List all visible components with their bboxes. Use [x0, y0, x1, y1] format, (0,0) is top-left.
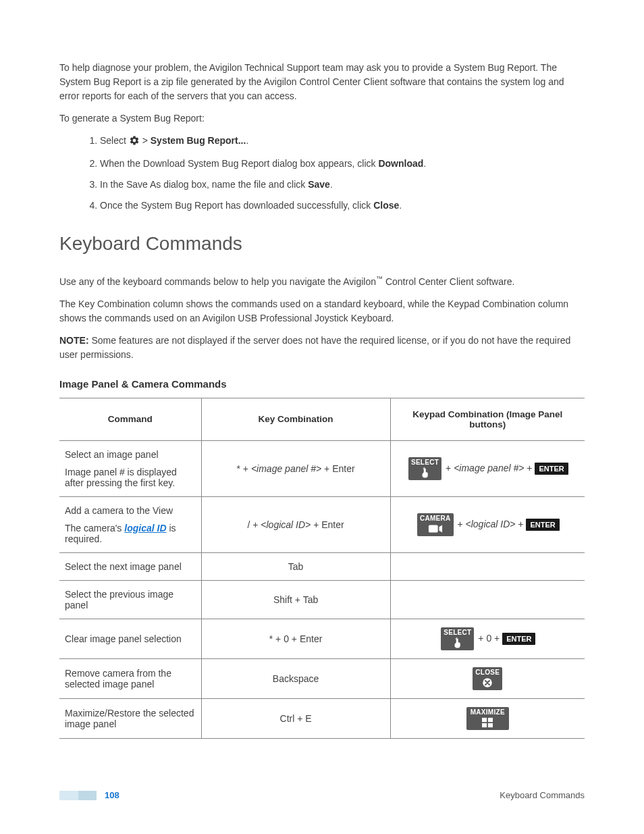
keypad-combo: SELECT + <image panel #> + ENTER — [390, 440, 585, 496]
th-command: Command — [59, 398, 201, 440]
logical-id-link[interactable]: logical ID — [124, 523, 166, 533]
cmd-title: Select the previous image panel — [59, 580, 201, 619]
commands-table: Command Key Combination Keypad Combinati… — [59, 398, 585, 739]
table-row: Add a camera to the View The camera's lo… — [59, 496, 585, 552]
footer-title: Keyboard Commands — [500, 790, 585, 800]
key-combo: Shift + Tab — [201, 580, 390, 619]
keypad-enter-button: ENTER — [526, 519, 559, 531]
step-1: Select > System Bug Report.... — [100, 134, 585, 150]
svg-rect-4 — [482, 723, 487, 727]
svg-rect-2 — [482, 718, 487, 722]
keypad-select-button: SELECT — [408, 457, 441, 480]
step-4: Once the System Bug Report has downloade… — [100, 199, 585, 213]
keypad-combo: CLOSE — [390, 658, 585, 698]
table-row: Remove camera from the selected image pa… — [59, 658, 585, 698]
th-keypad-combination: Keypad Combination (Image Panel buttons) — [390, 398, 585, 440]
key-combo: Tab — [201, 552, 390, 580]
note-paragraph: NOTE: Some features are not displayed if… — [59, 334, 585, 362]
keypad-close-button: CLOSE — [473, 667, 502, 690]
svg-rect-0 — [429, 525, 438, 532]
svg-rect-5 — [488, 723, 493, 727]
key-combo: Backspace — [201, 658, 390, 698]
keypad-combo: SELECT + 0 + ENTER — [390, 619, 585, 658]
keypad-select-button: SELECT — [441, 627, 474, 650]
keypad-camera-button: CAMERA — [417, 513, 454, 536]
intro-paragraph-1: To help diagnose your problem, the Avigi… — [59, 61, 585, 103]
close-icon — [479, 677, 496, 689]
table-row: Select the previous image panel Shift + … — [59, 580, 585, 619]
gear-icon — [129, 135, 140, 150]
cmd-title: Select the next image panel — [59, 552, 201, 580]
intro-paragraph-2: To generate a System Bug Report: — [59, 111, 585, 126]
keypad-enter-button: ENTER — [535, 463, 568, 475]
cmd-title: Remove camera from the selected image pa… — [59, 658, 201, 698]
svg-rect-3 — [488, 718, 493, 722]
steps-list: Select > System Bug Report.... When the … — [59, 134, 585, 213]
cmd-note: The camera's logical ID is required. — [65, 523, 196, 544]
table-row: Clear image panel selection * + 0 + Ente… — [59, 619, 585, 658]
th-key-combination: Key Combination — [201, 398, 390, 440]
cmd-title: Maximize/Restore the selected image pane… — [59, 698, 201, 738]
subheading: Image Panel & Camera Commands — [59, 378, 585, 390]
keypad-maximize-button: MAXIMIZE — [466, 707, 509, 730]
keypad-enter-button: ENTER — [502, 633, 535, 645]
cmd-title: Clear image panel selection — [59, 619, 201, 658]
page-number: 108 — [105, 790, 119, 800]
step-3: In the Save As dialog box, name the file… — [100, 178, 585, 192]
touch-icon — [417, 467, 434, 479]
touch-icon — [449, 637, 466, 649]
key-combo: / + <logical ID> + Enter — [201, 496, 390, 552]
table-row: Select the next image panel Tab — [59, 552, 585, 580]
keypad-combo: MAXIMIZE — [390, 698, 585, 738]
key-combo: * + <image panel #> + Enter — [201, 440, 390, 496]
cmd-title: Select an image panel — [65, 449, 196, 460]
cmd-note: Image panel # is displayed after pressin… — [65, 467, 196, 488]
key-combo: * + 0 + Enter — [201, 619, 390, 658]
key-combo: Ctrl + E — [201, 698, 390, 738]
cmd-title: Add a camera to the View — [65, 505, 196, 516]
footer-swatch — [59, 791, 97, 800]
page-footer: 108 Keyboard Commands — [59, 790, 585, 800]
step-2: When the Download System Bug Report dial… — [100, 157, 585, 171]
maximize-icon — [479, 716, 496, 729]
body-paragraph-2: The Key Combination column shows the com… — [59, 297, 585, 325]
table-row: Maximize/Restore the selected image pane… — [59, 698, 585, 738]
table-row: Select an image panel Image panel # is d… — [59, 440, 585, 496]
body-paragraph-1: Use any of the keyboard commands below t… — [59, 273, 585, 289]
keypad-combo: CAMERA + <logical ID> + ENTER — [390, 496, 585, 552]
camera-icon — [427, 523, 444, 535]
section-heading: Keyboard Commands — [59, 233, 585, 255]
